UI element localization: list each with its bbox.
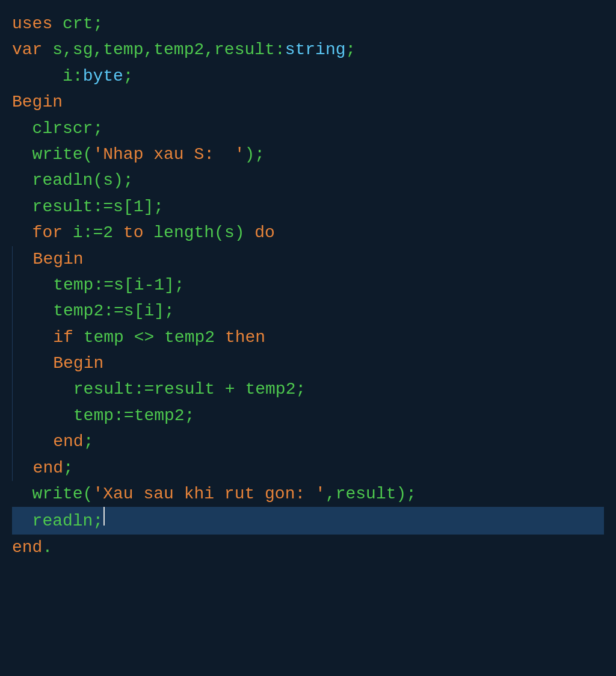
code-line-19: write('Xau sau khi rut gon: ',result); <box>12 481 604 507</box>
text-cursor <box>103 507 105 526</box>
code-line-1: uses crt; <box>12 11 604 37</box>
code-line-3: i:byte; <box>12 63 604 89</box>
code-line-7: readln(s); <box>12 167 604 193</box>
code-line-13: if temp <> temp2 then <box>12 324 604 350</box>
code-line-14: Begin <box>12 350 604 376</box>
code-line-12: temp2:=s[i]; <box>12 298 604 324</box>
code-line-21: end. <box>12 535 604 560</box>
code-line-5: clrscr; <box>12 116 604 141</box>
code-line-11: temp:=s[i-1]; <box>12 272 604 298</box>
code-line-20: readln; <box>12 507 604 534</box>
code-content: uses crt;var s,sg,temp,temp2,result:stri… <box>12 11 604 560</box>
code-line-17: end; <box>12 429 604 454</box>
code-line-18: end; <box>12 455 604 481</box>
code-line-8: result:=s[1]; <box>12 194 604 220</box>
code-line-10: Begin <box>12 246 604 272</box>
code-line-15: result:=result + temp2; <box>12 376 604 402</box>
code-line-9: for i:=2 to length(s) do <box>12 220 604 246</box>
code-line-16: temp:=temp2; <box>12 403 604 429</box>
code-line-4: Begin <box>12 89 604 115</box>
code-line-6: write('Nhap xau S: '); <box>12 141 604 167</box>
code-line-2: var s,sg,temp,temp2,result:string; <box>12 37 604 63</box>
code-editor[interactable]: uses crt;var s,sg,temp,temp2,result:stri… <box>0 0 616 676</box>
